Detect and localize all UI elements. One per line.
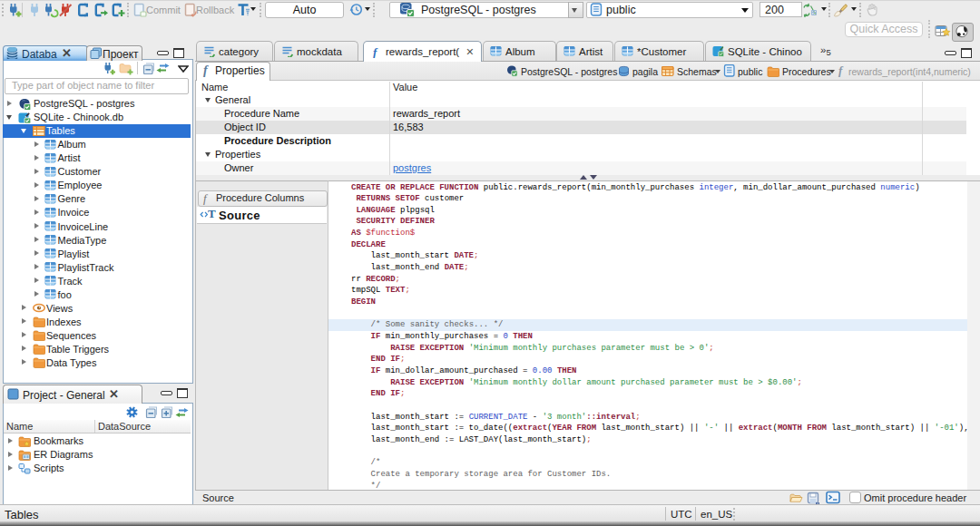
svg-text:f: f [373,46,378,58]
